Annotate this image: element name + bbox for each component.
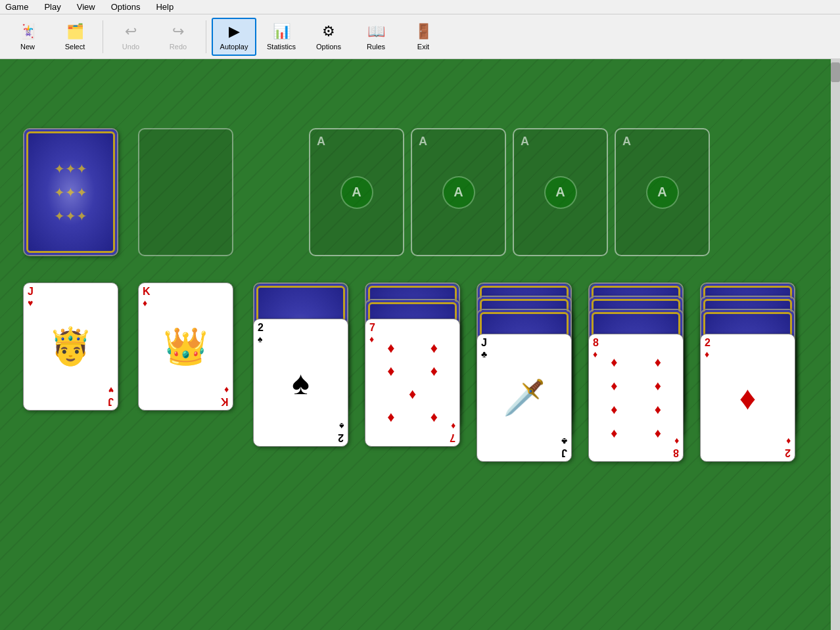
- select-button[interactable]: 🗂️ Select: [53, 18, 97, 56]
- rules-label: Rules: [367, 43, 385, 51]
- tableau-col-2-card[interactable]: K ♦ 👑 K ♦: [138, 282, 233, 411]
- statistics-icon: 📊: [273, 23, 291, 40]
- tableau-col-3-card[interactable]: 2 ♠ ♠ 2 ♠: [253, 319, 348, 447]
- suit-br: ♦: [224, 385, 229, 395]
- waste-pile[interactable]: [138, 128, 233, 256]
- redo-button[interactable]: ↪ Redo: [156, 18, 200, 56]
- tableau-col-6-card[interactable]: 8 ♦ ♦ ♦ ♦ ♦ ♦ ♦ ♦ ♦ 8 ♦: [588, 334, 684, 462]
- select-icon: 🗂️: [66, 23, 84, 40]
- toolbar-separator-2: [206, 20, 206, 53]
- rank-br: K: [221, 395, 229, 407]
- toolbar-separator-1: [103, 20, 103, 53]
- rank-br: J: [561, 447, 567, 459]
- foundation-2[interactable]: A A: [411, 128, 506, 256]
- suit-br: ♥: [108, 385, 114, 395]
- toolbar: 🃏 New 🗂️ Select ↩ Undo ↪ Redo ▶ Autoplay…: [0, 14, 840, 59]
- menu-view[interactable]: View: [74, 1, 98, 13]
- rank-tl: J: [481, 337, 487, 349]
- rules-button[interactable]: 📖 Rules: [354, 18, 398, 56]
- rank-tl: K: [143, 286, 151, 298]
- suit-tl: ♠: [258, 334, 262, 344]
- tableau-col-1-card[interactable]: J ♥ 🤴 J ♥: [23, 282, 118, 411]
- statistics-button[interactable]: 📊 Statistics: [259, 18, 304, 56]
- exit-button[interactable]: 🚪 Exit: [401, 18, 446, 56]
- exit-label: Exit: [417, 43, 429, 51]
- face-art: 🗡️: [484, 354, 565, 441]
- menu-options[interactable]: Options: [108, 1, 143, 13]
- rank-tl: 8: [593, 337, 599, 349]
- foundation-4[interactable]: A A: [615, 128, 710, 256]
- menu-play[interactable]: Play: [41, 1, 63, 13]
- new-button[interactable]: 🃏 New: [5, 18, 50, 56]
- scrollbar[interactable]: [831, 59, 840, 630]
- rank-tl: J: [28, 286, 34, 298]
- rank-br: 2: [338, 432, 344, 443]
- rank-br: 7: [450, 432, 455, 443]
- tableau-col-4-card[interactable]: 7 ♦ ♦ ♦ ♦ ♦ ♦ ♦ ♦ 7 ♦: [365, 319, 460, 447]
- options-icon: ⚙: [322, 23, 335, 40]
- foundation-1[interactable]: A A: [309, 128, 404, 256]
- new-label: New: [20, 43, 35, 51]
- stock-pile[interactable]: [23, 128, 118, 256]
- undo-button[interactable]: ↩ Undo: [108, 18, 153, 56]
- game-area[interactable]: A A A A A A A A J ♥ 🤴 J ♥ K ♦ 👑 K ♦ 2 ♠: [0, 59, 840, 630]
- rank-tl: 2: [705, 337, 711, 349]
- autoplay-button[interactable]: ▶ Autoplay: [212, 18, 256, 56]
- suit-br: ♠: [339, 421, 344, 432]
- suit-br: ♦: [786, 436, 791, 447]
- rank-tl: 2: [258, 322, 264, 334]
- face-art: 👑: [145, 303, 226, 390]
- tableau-col-5-card[interactable]: J ♣ 🗡️ J ♣: [477, 334, 572, 462]
- undo-label: Undo: [122, 43, 139, 51]
- autoplay-label: Autoplay: [220, 43, 248, 51]
- tableau-col-7-card[interactable]: 2 ♦ ♦ 2 ♦: [700, 334, 795, 462]
- foundation-3[interactable]: A A: [513, 128, 608, 256]
- menu-bar: Game Play View Options Help: [0, 0, 840, 14]
- menu-game[interactable]: Game: [3, 1, 31, 13]
- redo-icon: ↪: [172, 23, 184, 40]
- autoplay-icon: ▶: [229, 23, 240, 40]
- rules-icon: 📖: [367, 23, 385, 40]
- rank-br: 2: [785, 447, 791, 459]
- statistics-label: Statistics: [267, 43, 296, 51]
- suit-br: ♦: [451, 421, 455, 432]
- card-center: ♠: [292, 364, 310, 402]
- exit-icon: 🚪: [415, 23, 432, 40]
- card-center: ♦: [739, 379, 757, 417]
- redo-label: Redo: [170, 43, 187, 51]
- new-icon: 🃏: [19, 23, 37, 40]
- suit-tl: ♦: [705, 349, 709, 359]
- rank-br: 8: [673, 447, 679, 459]
- rank-br: J: [108, 395, 114, 407]
- options-label: Options: [316, 43, 341, 51]
- face-art: 🤴: [30, 303, 111, 390]
- suit-br: ♦: [674, 436, 679, 447]
- select-label: Select: [65, 43, 85, 51]
- undo-icon: ↩: [125, 23, 137, 40]
- suit-br: ♣: [561, 436, 567, 447]
- menu-help[interactable]: Help: [153, 1, 176, 13]
- options-button[interactable]: ⚙ Options: [306, 18, 351, 56]
- rank-tl: 7: [369, 322, 375, 334]
